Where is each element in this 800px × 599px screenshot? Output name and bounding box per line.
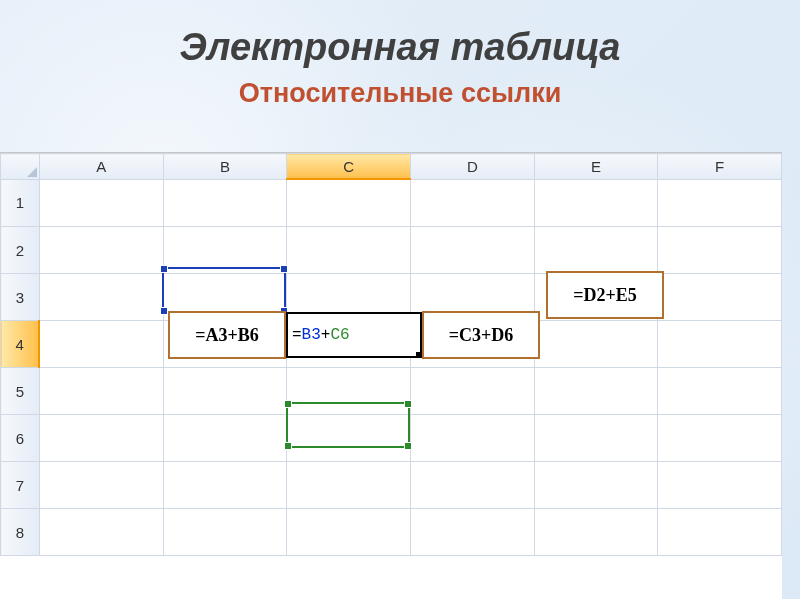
col-header-f[interactable]: F [658, 154, 782, 180]
spreadsheet-area: A B C D E F 1 2 3 4 5 6 7 8 [0, 152, 782, 599]
cell[interactable] [163, 179, 287, 227]
callout-e3-text: =D2+E5 [569, 284, 641, 307]
row-header-2[interactable]: 2 [1, 227, 40, 274]
cell[interactable] [658, 227, 782, 274]
row-header-7[interactable]: 7 [1, 462, 40, 509]
callout-e3: =D2+E5 [546, 271, 664, 319]
formula-eq: = [292, 326, 302, 344]
callout-d4-text: =C3+D6 [445, 324, 518, 347]
slide-subtitle: Относительные ссылки [0, 78, 800, 109]
cell[interactable] [287, 227, 411, 274]
col-header-c[interactable]: C [287, 154, 411, 180]
cell[interactable] [39, 321, 163, 368]
cell[interactable] [39, 274, 163, 321]
cell[interactable] [163, 368, 287, 415]
slide: Электронная таблица Относительные ссылки… [0, 0, 800, 599]
formula-ref-c6: C6 [330, 326, 349, 344]
cell[interactable] [411, 462, 535, 509]
range-highlight-c6 [286, 402, 410, 448]
row-header-3[interactable]: 3 [1, 274, 40, 321]
cell[interactable] [534, 509, 658, 556]
row-header-8[interactable]: 8 [1, 509, 40, 556]
cell[interactable] [411, 227, 535, 274]
cell[interactable] [658, 368, 782, 415]
slide-title: Электронная таблица [0, 26, 800, 69]
select-all-corner[interactable] [1, 154, 40, 180]
cell[interactable] [658, 415, 782, 462]
formula-ref-b3: B3 [302, 326, 321, 344]
cell[interactable] [39, 415, 163, 462]
cell[interactable] [534, 462, 658, 509]
callout-b4-text: =A3+B6 [191, 324, 263, 347]
cell[interactable] [39, 368, 163, 415]
cell[interactable] [534, 227, 658, 274]
cell[interactable] [411, 509, 535, 556]
row-header-6[interactable]: 6 [1, 415, 40, 462]
cell[interactable] [287, 509, 411, 556]
cell[interactable] [411, 179, 535, 227]
cell[interactable] [411, 368, 535, 415]
cell[interactable] [39, 179, 163, 227]
formula-plus: + [321, 326, 331, 344]
col-header-a[interactable]: A [39, 154, 163, 180]
row-header-1[interactable]: 1 [1, 179, 40, 227]
cell[interactable] [163, 462, 287, 509]
col-header-b[interactable]: B [163, 154, 287, 180]
editing-cell-c4[interactable]: =B3+C6 [286, 312, 422, 358]
cell[interactable] [534, 368, 658, 415]
cell[interactable] [39, 462, 163, 509]
cell[interactable] [39, 227, 163, 274]
column-header-row: A B C D E F [1, 154, 782, 180]
cell[interactable] [287, 179, 411, 227]
cell[interactable] [411, 415, 535, 462]
row-header-4[interactable]: 4 [1, 321, 40, 368]
row-header-5[interactable]: 5 [1, 368, 40, 415]
cell[interactable] [163, 415, 287, 462]
col-header-d[interactable]: D [411, 154, 535, 180]
cell[interactable] [534, 415, 658, 462]
cell[interactable] [658, 462, 782, 509]
cell[interactable] [534, 179, 658, 227]
col-header-e[interactable]: E [534, 154, 658, 180]
cell[interactable] [658, 509, 782, 556]
callout-d4: =C3+D6 [422, 311, 540, 359]
cell[interactable] [658, 274, 782, 321]
cell[interactable] [287, 462, 411, 509]
cell[interactable] [658, 179, 782, 227]
cell[interactable] [39, 509, 163, 556]
cell[interactable] [658, 321, 782, 368]
cell[interactable] [163, 509, 287, 556]
range-highlight-b3 [162, 267, 286, 313]
formula-content: =B3+C6 [292, 326, 350, 344]
callout-b4: =A3+B6 [168, 311, 286, 359]
cell[interactable] [534, 321, 658, 368]
